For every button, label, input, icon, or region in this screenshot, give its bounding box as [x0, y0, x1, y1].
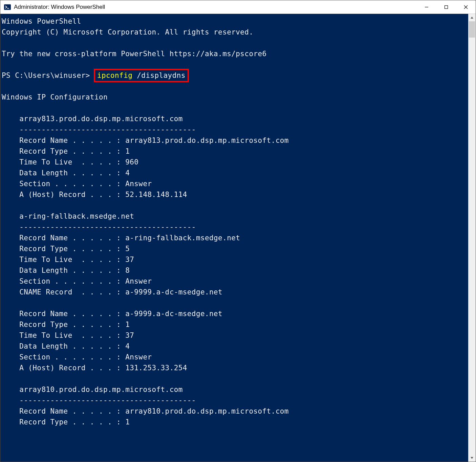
terminal-output[interactable]: Windows PowerShell Copyright (C) Microso…: [0, 14, 468, 462]
powershell-icon: [4, 3, 11, 11]
vertical-scrollbar[interactable]: [468, 14, 476, 462]
scroll-track[interactable]: [468, 21, 476, 454]
minimize-button[interactable]: [417, 0, 436, 14]
command-ipconfig: ipconfig: [97, 71, 132, 80]
scroll-up-button[interactable]: [468, 14, 476, 21]
client-area: Windows PowerShell Copyright (C) Microso…: [0, 14, 476, 462]
highlighted-command: ipconfig /displaydns: [94, 69, 189, 82]
scroll-thumb[interactable]: [469, 21, 475, 38]
titlebar[interactable]: Administrator: Windows PowerShell: [0, 0, 476, 14]
svg-rect-2: [445, 5, 448, 8]
svg-rect-0: [4, 4, 11, 10]
powershell-window: Administrator: Windows PowerShell Window…: [0, 0, 476, 462]
close-button[interactable]: [456, 0, 476, 14]
scroll-down-button[interactable]: [468, 454, 476, 462]
maximize-button[interactable]: [436, 0, 456, 14]
window-title: Administrator: Windows PowerShell: [14, 4, 105, 10]
